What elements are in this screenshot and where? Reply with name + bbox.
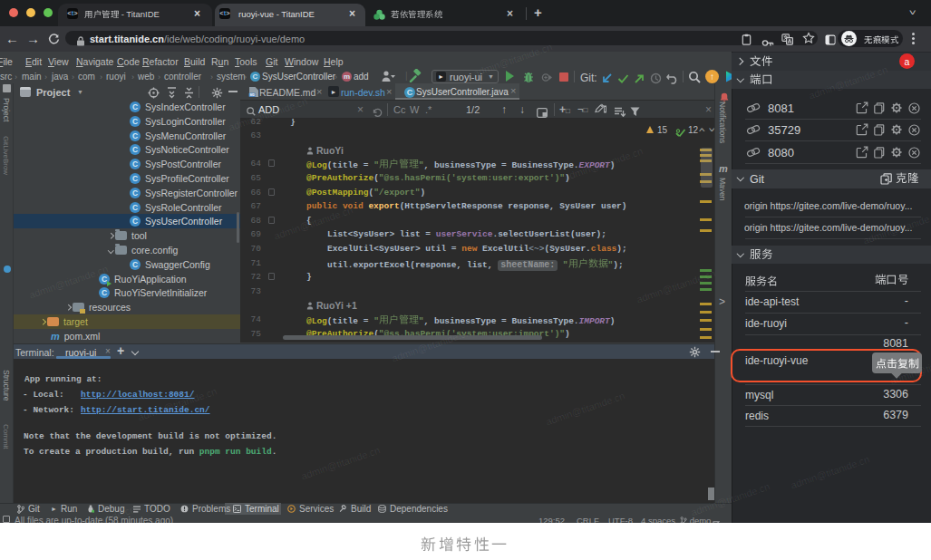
svg-text:MD: MD [249,93,255,97]
